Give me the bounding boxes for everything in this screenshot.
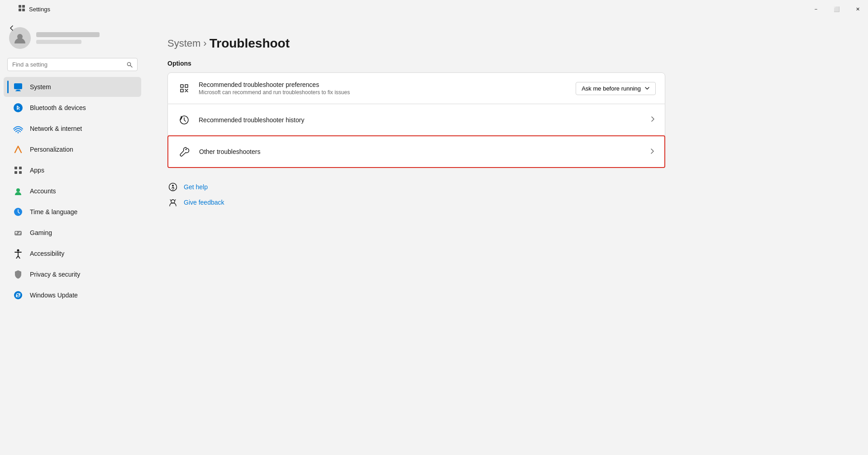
- chevron-right-icon-other: [649, 148, 655, 156]
- accessibility-icon: [13, 248, 24, 259]
- card-recommended-prefs[interactable]: Recommended troubleshooter preferences M…: [167, 72, 665, 104]
- sidebar-item-label-accounts: Accounts: [30, 187, 56, 195]
- search-icon: [127, 62, 133, 68]
- sidebar-item-label-personalization: Personalization: [30, 146, 73, 153]
- minimize-button[interactable]: −: [806, 0, 826, 18]
- card-other-troubleshooters[interactable]: Other troubleshooters: [167, 135, 665, 168]
- sidebar-item-label-gaming: Gaming: [30, 229, 52, 236]
- svg-rect-3: [22, 9, 25, 11]
- time-icon: [13, 206, 24, 217]
- back-button[interactable]: [5, 22, 18, 34]
- section-label: Options: [167, 60, 845, 67]
- svg-point-15: [16, 188, 20, 192]
- sidebar-item-accounts[interactable]: Accounts: [4, 181, 141, 201]
- breadcrumb-parent[interactable]: System: [167, 38, 200, 49]
- troubleshoot-history-icon: [177, 113, 191, 127]
- give-feedback-label: Give feedback: [184, 199, 224, 206]
- links-section: Get help Give feedback: [167, 182, 845, 208]
- update-icon: [13, 290, 24, 301]
- search-input[interactable]: [12, 61, 123, 68]
- window-icon: [18, 5, 25, 14]
- chevron-down-icon: [644, 86, 650, 91]
- give-feedback-icon: [167, 197, 178, 208]
- breadcrumb: System › Troubleshoot: [167, 36, 845, 51]
- bluetooth-icon: [13, 102, 24, 113]
- sidebar-item-network[interactable]: Network & internet: [4, 119, 141, 139]
- svg-rect-8: [15, 91, 21, 91]
- svg-rect-6: [14, 83, 22, 89]
- svg-rect-1: [22, 5, 25, 8]
- svg-point-10: [18, 132, 19, 134]
- sidebar-item-bluetooth[interactable]: Bluetooth & devices: [4, 98, 141, 118]
- breadcrumb-separator: ›: [203, 38, 206, 49]
- sidebar-item-label-update: Windows Update: [30, 292, 78, 299]
- sidebar-item-label-time: Time & language: [30, 208, 77, 216]
- other-troubleshooters-icon: [177, 144, 192, 159]
- maximize-button[interactable]: ⬜: [826, 0, 847, 18]
- apps-icon: [13, 165, 24, 176]
- svg-point-23: [186, 149, 187, 150]
- card-text-history: Recommended troubleshooter history: [199, 116, 649, 124]
- card-title-history: Recommended troubleshooter history: [199, 116, 649, 124]
- network-icon: [13, 123, 24, 134]
- privacy-icon: [13, 269, 24, 280]
- sidebar-item-system[interactable]: System: [4, 77, 141, 97]
- get-help-icon: [167, 182, 178, 192]
- sidebar-item-label-privacy: Privacy & security: [30, 271, 80, 278]
- card-title-prefs: Recommended troubleshooter preferences: [199, 81, 576, 88]
- window-controls: − ⬜ ✕: [806, 0, 868, 18]
- content-area: System Bluetooth & devices Network &: [0, 18, 868, 311]
- card-subtitle-prefs: Microsoft can recommend and run troubles…: [199, 89, 576, 96]
- svg-rect-17: [14, 231, 22, 235]
- options-list: Recommended troubleshooter preferences M…: [167, 72, 665, 168]
- gaming-icon: [13, 227, 24, 238]
- svg-point-20: [17, 249, 19, 252]
- svg-rect-2: [19, 9, 21, 11]
- troubleshoot-dropdown[interactable]: Ask me before running: [576, 82, 656, 95]
- sidebar-item-privacy[interactable]: Privacy & security: [4, 264, 141, 284]
- svg-rect-7: [16, 90, 20, 91]
- svg-point-26: [172, 189, 173, 190]
- sidebar-item-personalization[interactable]: Personalization: [4, 139, 141, 159]
- svg-rect-13: [14, 171, 17, 174]
- dropdown-control: Ask me before running: [576, 82, 656, 95]
- system-icon: [13, 81, 24, 92]
- sidebar-item-accessibility[interactable]: Accessibility: [4, 244, 141, 263]
- sidebar-item-time[interactable]: Time & language: [4, 202, 141, 222]
- give-feedback-link[interactable]: Give feedback: [167, 197, 845, 208]
- sidebar: System Bluetooth & devices Network &: [0, 18, 145, 311]
- card-recommended-history[interactable]: Recommended troubleshooter history: [167, 104, 665, 136]
- sidebar-item-apps[interactable]: Apps: [4, 160, 141, 180]
- card-text-prefs: Recommended troubleshooter preferences M…: [199, 81, 576, 96]
- svg-point-5: [127, 62, 130, 65]
- svg-rect-11: [14, 167, 17, 169]
- get-help-link[interactable]: Get help: [167, 182, 845, 192]
- get-help-label: Get help: [184, 183, 208, 191]
- dropdown-label: Ask me before running: [582, 85, 641, 92]
- chevron-right-icon: [649, 116, 656, 124]
- sidebar-item-label-bluetooth: Bluetooth & devices: [30, 104, 86, 111]
- main-content: System › Troubleshoot Options Recommende…: [145, 18, 868, 311]
- accounts-icon: [13, 186, 24, 196]
- user-profile[interactable]: [0, 24, 145, 58]
- search-box[interactable]: [7, 58, 138, 71]
- username-redacted-2: [36, 40, 81, 44]
- svg-point-25: [172, 185, 174, 187]
- sidebar-item-gaming[interactable]: Gaming: [4, 223, 141, 243]
- svg-rect-14: [19, 171, 22, 174]
- svg-rect-0: [19, 5, 21, 8]
- svg-point-19: [19, 233, 20, 235]
- sidebar-item-update[interactable]: Windows Update: [4, 285, 141, 305]
- breadcrumb-current: Troubleshoot: [210, 36, 290, 51]
- card-text-other: Other troubleshooters: [199, 148, 649, 155]
- close-button[interactable]: ✕: [847, 0, 868, 18]
- svg-point-9: [14, 103, 23, 112]
- sidebar-item-label-accessibility: Accessibility: [30, 250, 64, 257]
- sidebar-item-label-system: System: [30, 83, 51, 91]
- username-redacted: [36, 32, 100, 37]
- titlebar: Settings − ⬜ ✕: [0, 0, 868, 18]
- personalization-icon: [13, 144, 24, 155]
- svg-rect-12: [19, 167, 22, 169]
- window-title: Settings: [29, 6, 50, 13]
- card-title-other: Other troubleshooters: [199, 148, 649, 155]
